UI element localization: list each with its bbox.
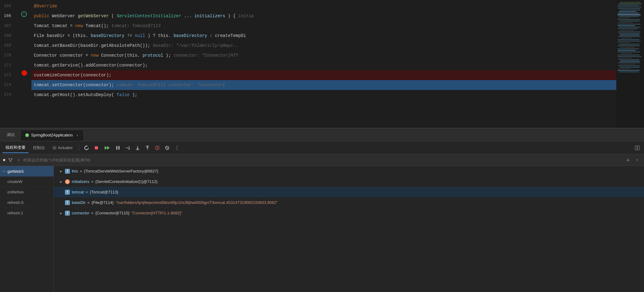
stack-frame-refreshs[interactable]: refresh:S — [0, 197, 54, 208]
actuator-icon — [52, 146, 57, 150]
code-line-168[interactable]: File baseDir = (this. baseDirectory != n… — [31, 31, 616, 41]
var-expand-tomcat — [59, 190, 63, 194]
code-line-170[interactable]: Connector connector = new Connector(this… — [31, 51, 616, 60]
line-num-168: 168 — [0, 31, 15, 41]
var-row-connector[interactable]: ▶ f connector = {Connector@7115} "Connec… — [54, 208, 644, 218]
svg-marker-7 — [107, 146, 110, 150]
frame-name-onrefres: onRefres — [7, 190, 24, 194]
var-equals-initializers: = — [91, 179, 94, 184]
code-line-167[interactable]: Tomcat tomcat = new Tomcat(); tomcat: To… — [31, 21, 616, 31]
toolbar-section-actuator[interactable]: Actuator — [49, 143, 76, 153]
code-lines: @Override public WebServer getWebServer … — [31, 0, 616, 128]
var-type-icon-initializers: @ — [65, 179, 70, 184]
svg-marker-6 — [105, 146, 107, 150]
override-icon-166: ↑ — [21, 11, 27, 17]
var-expand-this[interactable]: ▶ — [59, 169, 63, 173]
stack-frame-createw[interactable]: createW — [0, 176, 54, 187]
frame-name: getWebS — [7, 169, 24, 174]
tab-springboot-app[interactable]: SpringBoot2Application × — [20, 130, 84, 141]
toolbar-btn-split[interactable] — [633, 144, 642, 152]
svg-line-19 — [166, 147, 168, 149]
tab-debug[interactable]: 调试 — [2, 129, 19, 140]
var-expand-connector[interactable]: ▶ — [59, 211, 63, 215]
code-text: tomcat.getHost().setAutoDeploy( false ); — [34, 90, 137, 100]
filter-dot — [3, 159, 5, 161]
actuator-label: Actuator — [58, 145, 73, 150]
toolbar-section-console[interactable]: 控制台 — [30, 143, 48, 153]
line-num-169: 169 — [0, 41, 15, 51]
breakpoint-172[interactable] — [22, 70, 27, 76]
var-row-basedir[interactable]: f baseDir = {File@7114} "/var/folders/ly… — [54, 197, 644, 208]
code-text: Connector connector = new Connector(this… — [34, 51, 238, 60]
svg-point-17 — [157, 148, 158, 148]
code-text: @Override — [34, 1, 57, 11]
expression-eval-input[interactable] — [23, 158, 622, 162]
toolbar-btn-step-over[interactable] — [123, 144, 132, 152]
toolbar-btn-mute[interactable] — [163, 144, 171, 152]
toolbar-btn-stop[interactable] — [92, 144, 101, 152]
toolbar-btn-refresh[interactable] — [82, 144, 91, 152]
console-label: 控制台 — [33, 145, 45, 151]
svg-rect-8 — [116, 146, 117, 150]
code-line-165[interactable]: @Override — [31, 1, 616, 11]
filter-expand-btn[interactable]: ▾ — [634, 156, 641, 164]
springboot-icon — [25, 133, 29, 137]
svg-rect-9 — [119, 146, 119, 150]
var-name-initializers: initializers — [72, 179, 89, 184]
line-num-166: 166 — [0, 11, 15, 21]
code-text: Tomcat tomcat = new Tomcat(); tomcat: To… — [34, 21, 161, 31]
code-line-169[interactable]: tomcat.setBaseDir(baseDir.getAbsolutePat… — [31, 41, 616, 51]
var-expand-basedir — [59, 201, 63, 205]
var-value-this: {TomcatServletWebServerFactory@6827} — [84, 169, 158, 173]
filter-icon[interactable] — [7, 157, 14, 164]
code-line-171[interactable]: tomcat.getService().addConnector(connect… — [31, 60, 616, 70]
line-num-172: 172 — [0, 70, 15, 80]
tab-debug-label: 调试 — [7, 132, 15, 138]
return-arrow-icon: ↩ — [2, 169, 6, 173]
var-row-tomcat[interactable]: f tomcat = {Tomcat@7113} — [54, 187, 644, 197]
code-line-166[interactable]: public WebServer getWebServer ( ServletC… — [31, 11, 616, 21]
var-row-this[interactable]: ▶ f this = {TomcatServletWebServerFactor… — [54, 166, 644, 176]
gutter-markers: ↑ — [18, 0, 31, 128]
svg-rect-20 — [635, 146, 637, 150]
code-line-174[interactable]: tomcat.getHost().setAutoDeploy( false ); — [31, 90, 616, 100]
toolbar-btn-resume[interactable] — [102, 144, 112, 152]
svg-rect-5 — [95, 146, 98, 149]
minimap — [616, 0, 644, 128]
svg-point-4 — [54, 147, 55, 148]
toolbar-section-threads[interactable]: 线程和变量 — [2, 143, 29, 153]
toolbar-btn-run-to-cursor[interactable] — [153, 144, 162, 152]
var-expand-initializers[interactable]: ▶ — [59, 180, 63, 184]
stack-frame-onrefres[interactable]: onRefres — [0, 187, 54, 197]
var-name-connector: connector — [72, 211, 89, 215]
code-line-172[interactable]: customizeConnector(connector); — [31, 70, 616, 80]
debug-panel: 调试 SpringBoot2Application × 线程和变量 — [0, 128, 644, 292]
code-text: tomcat.setBaseDir(baseDir.getAbsolutePat… — [34, 41, 238, 51]
variables-list: ↩ getWebS createW onRefres refresh:S ref… — [0, 166, 644, 292]
var-value-basedir: {File@7114} — [91, 200, 114, 205]
svg-text:↑: ↑ — [23, 13, 25, 16]
code-text: public WebServer getWebServer ( ServletC… — [34, 11, 254, 21]
line-num-174: 174 — [0, 90, 15, 100]
code-text: tomcat.getService().addConnector(connect… — [34, 60, 148, 70]
code-line-173[interactable]: tomcat.setConnector(connector); tomcat: … — [31, 80, 616, 90]
var-type-icon-basedir: f — [65, 200, 70, 205]
var-name-tomcat: tomcat — [72, 190, 84, 194]
var-value-basedir-str: "/var/folders/ly/q9wycmmd0bnc69jz1hs36jh… — [115, 200, 278, 205]
stack-frame-getwebs[interactable]: ↩ getWebS — [0, 166, 54, 176]
toolbar-btn-pause[interactable] — [114, 144, 122, 152]
var-equals-connector: = — [91, 211, 94, 215]
frame-name-refreshs: refresh:S — [7, 200, 24, 205]
var-row-initializers[interactable]: ▶ @ initializers = {ServletContextInitia… — [54, 176, 644, 187]
filter-add-watch-btn[interactable] — [624, 156, 632, 164]
toolbar-btn-step-out[interactable] — [143, 144, 152, 152]
toolbar-btn-step-into[interactable] — [133, 144, 142, 152]
code-text: customizeConnector(connector); — [34, 70, 111, 80]
line-numbers-gutter: 165 166 167 168 169 170 171 172 173 174 — [0, 0, 18, 128]
stack-frame-refresh1[interactable]: refresh:1 — [0, 208, 54, 218]
toolbar-btn-more[interactable]: ⋮ — [173, 144, 181, 152]
filter-dropdown-btn[interactable]: ▾ — [16, 157, 21, 163]
svg-rect-21 — [638, 146, 639, 150]
var-equals-this: = — [80, 169, 82, 173]
tab-close-btn[interactable]: × — [76, 133, 79, 138]
